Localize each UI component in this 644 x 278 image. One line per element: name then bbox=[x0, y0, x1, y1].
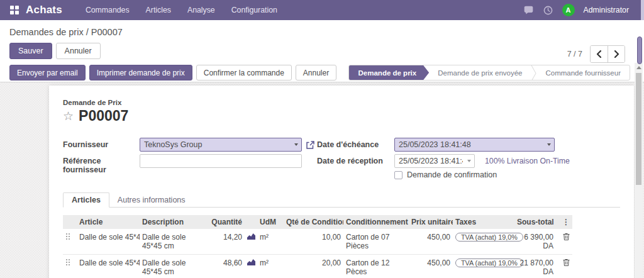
reference-fournisseur-input[interactable] bbox=[140, 154, 302, 168]
menu-configuration[interactable]: Configuration bbox=[223, 0, 286, 20]
pager-next-button[interactable] bbox=[608, 46, 625, 62]
cell-quantite[interactable]: 48,60 bbox=[202, 255, 245, 278]
cell-article[interactable]: Dalle de sole 45*4... bbox=[77, 229, 140, 255]
tab-articles[interactable]: Articles bbox=[63, 192, 109, 208]
qte-conditionnement-column-header[interactable]: Qté de Condition... bbox=[284, 215, 343, 229]
user-menu[interactable]: Administrator bbox=[584, 6, 629, 14]
forecast-chart-icon[interactable] bbox=[247, 259, 255, 265]
cell-sous-total: 21 870,00 DA bbox=[514, 255, 556, 278]
fournisseur-select[interactable] bbox=[140, 138, 302, 152]
navbar-right: A Administrator bbox=[523, 4, 638, 16]
cell-prix-unitaire[interactable]: 450,00 bbox=[409, 255, 453, 278]
status-commande-fournisseur[interactable]: Commande fournisseur bbox=[536, 65, 630, 80]
conditionnement-column-header[interactable]: Conditionnement bbox=[343, 215, 409, 229]
tax-badge[interactable]: TVA (achat) 19,0% bbox=[455, 233, 523, 242]
date-reception-input[interactable] bbox=[394, 154, 475, 168]
udm-column-header[interactable]: UdM bbox=[257, 215, 284, 229]
cell-qte-conditionnement[interactable]: 20,00 bbox=[284, 255, 343, 278]
cell-description[interactable]: Dalle de sole 45*45 cm bbox=[140, 255, 202, 278]
top-navbar: Achats Commandes Articles Analyse Config… bbox=[0, 0, 644, 20]
cell-quantite[interactable]: 14,20 bbox=[202, 229, 245, 255]
odoo-purchase-app: Achats Commandes Articles Analyse Config… bbox=[0, 0, 644, 278]
pager-count: 7 / 7 bbox=[567, 50, 582, 58]
apps-grid-icon[interactable] bbox=[10, 6, 19, 15]
control-panel: Demandes de prix / P00007 Sauver Annuler… bbox=[0, 20, 644, 63]
page-scrollbar-thumb[interactable] bbox=[637, 36, 642, 64]
cell-conditionnement[interactable]: Carton de 07 Pièces bbox=[343, 229, 409, 255]
confirmation-checkbox-label: Demande de confirmation bbox=[407, 170, 497, 179]
date-reception-label: Date de réception bbox=[317, 154, 394, 165]
reference-fournisseur-label: Référence fournisseur bbox=[63, 154, 140, 174]
cancel-button[interactable]: Annuler bbox=[296, 65, 336, 81]
breadcrumb-current: P00007 bbox=[91, 27, 123, 37]
confirm-order-button[interactable]: Confirmer la commande bbox=[196, 65, 292, 81]
user-avatar[interactable]: A bbox=[562, 4, 575, 16]
cell-udm[interactable]: m² bbox=[257, 229, 284, 255]
scrollbar-up-arrow-icon[interactable] bbox=[636, 66, 641, 69]
record-name: P00007 bbox=[79, 108, 128, 125]
table-row[interactable]: Dalle de sole 45*4... Dalle de sole 45*4… bbox=[63, 229, 572, 255]
description-column-header[interactable]: Description bbox=[140, 215, 202, 229]
activities-clock-icon[interactable] bbox=[543, 5, 553, 16]
tax-badge[interactable]: TVA (achat) 19,0% bbox=[455, 259, 523, 267]
cell-description[interactable]: Dalle de sole 45*45 cm bbox=[140, 229, 202, 255]
delete-row-icon[interactable] bbox=[563, 259, 570, 266]
order-lines-table: Article Description Quantité UdM Qté de … bbox=[63, 215, 572, 278]
forecast-chart-icon[interactable] bbox=[247, 233, 255, 240]
status-separator-icon bbox=[531, 65, 536, 81]
prix-unitaire-column-header[interactable]: Prix unitaire bbox=[409, 215, 453, 229]
content-area: Demande de Prix ☆ P00007 Fournisseur bbox=[0, 82, 644, 278]
date-echeance-label: Date d'échéance bbox=[317, 138, 394, 149]
action-bar: Envoyer par email Imprimer demande de pr… bbox=[0, 63, 644, 82]
cell-qte-conditionnement[interactable]: 10,00 bbox=[284, 229, 343, 255]
cell-article[interactable]: Dalle de sole 45*4... bbox=[77, 255, 140, 278]
sheet-type-label: Demande de Prix bbox=[63, 99, 620, 106]
delete-row-icon[interactable] bbox=[563, 233, 570, 240]
article-column-header[interactable]: Article bbox=[77, 215, 140, 229]
status-demande-de-prix[interactable]: Demande de prix bbox=[349, 65, 430, 80]
discard-button[interactable]: Annuler bbox=[56, 43, 101, 59]
confirmation-checkbox[interactable] bbox=[394, 171, 402, 179]
messages-icon[interactable] bbox=[523, 5, 534, 16]
forecast-column-header bbox=[245, 215, 257, 229]
cell-prix-unitaire[interactable]: 450,00 bbox=[409, 229, 453, 255]
chevron-left-icon bbox=[596, 50, 602, 58]
date-echeance-input[interactable] bbox=[394, 138, 555, 152]
ontime-delivery-note: 100% Livraison On-Time bbox=[485, 157, 570, 165]
save-button[interactable]: Sauver bbox=[9, 43, 52, 59]
menu-analyse[interactable]: Analyse bbox=[179, 0, 223, 20]
app-brand[interactable]: Achats bbox=[26, 4, 62, 16]
sous-total-column-header[interactable]: Sous-total bbox=[514, 215, 556, 229]
print-rfq-button[interactable]: Imprimer demande de prix bbox=[89, 65, 192, 81]
menu-commandes[interactable]: Commandes bbox=[77, 0, 138, 20]
record-buttons: Sauver Annuler bbox=[9, 43, 101, 59]
optional-columns-icon[interactable]: ⋮ bbox=[562, 218, 570, 226]
breadcrumb-separator: / bbox=[84, 27, 91, 37]
drag-handle-icon[interactable] bbox=[65, 233, 70, 240]
record-pager: 7 / 7 bbox=[567, 45, 625, 63]
scrollbar-thumb[interactable] bbox=[636, 73, 641, 185]
form-sheet: Demande de Prix ☆ P00007 Fournisseur bbox=[49, 86, 634, 278]
status-demande-envoyee[interactable]: Demande de prix envoyée bbox=[429, 65, 531, 80]
scrollbar-track-top bbox=[641, 0, 644, 20]
table-row[interactable]: Dalle de sole 45*4... Dalle de sole 45*4… bbox=[63, 255, 572, 278]
cell-udm[interactable]: m² bbox=[257, 255, 284, 278]
main-menu: Commandes Articles Analyse Configuration bbox=[77, 0, 286, 20]
cell-conditionnement[interactable]: Carton de 12 Pèces bbox=[343, 255, 409, 278]
workflow-buttons: Envoyer par email Imprimer demande de pr… bbox=[9, 65, 336, 81]
open-partner-link-icon[interactable] bbox=[306, 140, 315, 150]
pager-buttons bbox=[590, 45, 625, 63]
breadcrumb-parent[interactable]: Demandes de prix bbox=[9, 27, 84, 37]
quantite-column-header[interactable]: Quantité bbox=[202, 215, 245, 229]
fournisseur-label: Fournisseur bbox=[63, 138, 140, 149]
send-email-button[interactable]: Envoyer par email bbox=[9, 65, 86, 81]
scrollbar-track[interactable] bbox=[635, 63, 643, 278]
menu-articles[interactable]: Articles bbox=[138, 0, 179, 20]
table-header-row: Article Description Quantité UdM Qté de … bbox=[63, 215, 572, 229]
favorite-star-icon[interactable]: ☆ bbox=[63, 110, 74, 122]
taxes-column-header[interactable]: Taxes bbox=[453, 215, 514, 229]
pager-previous-button[interactable] bbox=[591, 46, 608, 62]
notebook-tabs: Articles Autres informations bbox=[63, 192, 620, 208]
tab-autres-informations[interactable]: Autres informations bbox=[109, 193, 194, 207]
drag-handle-icon[interactable] bbox=[65, 259, 70, 266]
